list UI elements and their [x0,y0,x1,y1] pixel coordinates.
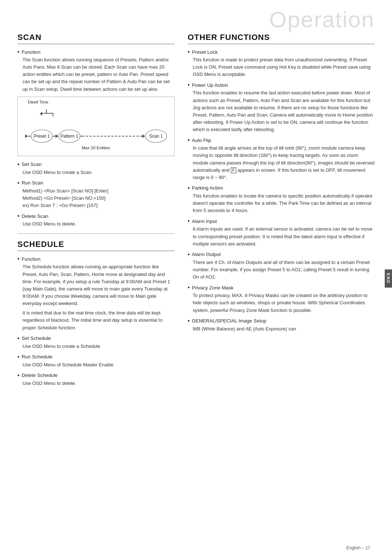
alarm-output-label: Alarm Output [188,251,375,258]
delete-scan-label: Delete Scan [17,213,175,219]
schedule-function: Function The Schedule function allows ru… [17,256,175,331]
delete-schedule-body: Use OSD Menu to delete. [23,380,175,387]
set-schedule-label: Set Schedule [17,335,175,342]
auto-flip: Auto Flip In case that tilt angle arrive… [188,137,375,181]
other-functions-title: OTHER FUNCTIONS [188,33,375,44]
run-schedule-label: Run Schedule [17,354,175,360]
alarm-input: Alarm Input 8 Alarm Inputs are used. If … [188,218,375,247]
preset-lock-body: This function is made to protect preset … [193,56,375,78]
general-special-body: WB (White Balance) and AE (Auto Exposure… [193,325,375,333]
preset-lock: Preset Lock This function is made to pro… [188,49,375,78]
general-special-label: GENERAL/SPECIAL Image Setup [188,318,375,324]
page-title: Operation [269,7,375,32]
scan-box: Scan 1 [145,130,167,143]
privacy-zone: Privacy Zone Mask To protect privacy, MA… [188,284,375,314]
parking-action: Parking Action This function enables to … [188,185,375,214]
preset-lock-label: Preset Lock [188,49,375,55]
pattern-box: Pattern 1 [58,130,80,143]
max-entities-label: Max 20 Entities [25,146,167,150]
run-schedule-body: Use OSD Menu of Schedule Master Enable [23,361,175,369]
schedule-function-body1: The Schedule function allows running an … [23,263,175,307]
delete-schedule-label: Delete Schedule [17,372,175,379]
alarm-input-body: 8 Alarm Inputs are used. If an external … [193,225,375,247]
scan-function-label: Function [17,49,175,55]
delete-scan: Delete Scan Use OSD Menu to delete. [17,213,175,228]
preset-box: Preset 1 [31,130,53,143]
privacy-zone-body: To protect privacy, MAX. 8 Privacy Masks… [193,292,375,314]
alarm-output: Alarm Output There are 4 Ch. of Alarm Ou… [188,251,375,281]
delete-schedule: Delete Schedule Use OSD Menu to delete. [17,372,175,387]
parking-action-label: Parking Action [188,185,375,191]
run-scan-method2: Method2) <Go Preset> [Scan NO.+150] [23,195,175,202]
run-scan-method2b: ex) Run Scan 7 : <Go Preset> [157] [23,202,175,209]
privacy-zone-label: Privacy Zone Mask [188,284,375,291]
schedule-function-body2: It is noted that due to the real time cl… [23,309,175,331]
set-scan-body: Use OSD Menu to create a Scan. [23,169,175,176]
diagram-flow: Preset 1 Pattern 1 Scan 1 [25,130,167,143]
left-column: SCAN Function The Scan function allows r… [17,33,175,542]
parking-action-body: This function enables to locate the came… [193,192,375,214]
power-up-action-body: This function enables to resume the last… [193,89,375,133]
general-special: GENERAL/SPECIAL Image Setup WB (White Ba… [188,318,375,333]
divider-1 [17,233,175,234]
scan-section: SCAN Function The Scan function allows r… [17,33,175,228]
set-schedule: Set Schedule Use OSD Menu to create a Sc… [17,335,175,350]
set-schedule-body: Use OSD Menu to create a Schedule [23,343,175,350]
power-up-action-label: Power Up Action [188,82,375,88]
scan-function-body: The Scan function allows running sequenc… [23,56,175,93]
run-scan-method1: Method1) <Run Scan> [Scan NO] [Enter] [23,187,175,195]
delete-scan-body: Use OSD Menu to delete. [23,220,175,228]
schedule-function-label: Function [17,256,175,262]
other-functions-section: OTHER FUNCTIONS Preset Lock This functio… [188,33,375,333]
schedule-section: SCHEDULE Function The Schedule function … [17,240,175,387]
auto-flip-body: In case that tilt angle arrives at the t… [193,145,375,181]
set-scan-label: Set Scan [17,161,175,168]
auto-flip-label: Auto Flip [188,137,375,143]
run-scan-label: Run Scan [17,180,175,186]
alarm-input-label: Alarm Input [188,218,375,224]
schedule-title: SCHEDULE [17,240,175,251]
eng-tab: ENG [385,269,392,288]
set-scan: Set Scan Use OSD Menu to create a Scan. [17,161,175,176]
run-schedule: Run Schedule Use OSD Menu of Schedule Ma… [17,354,175,369]
power-up-action: Power Up Action This function enables to… [188,82,375,133]
scan-title: SCAN [17,33,175,44]
dwell-label: Dwell Time [28,100,48,104]
alarm-output-body: There are 4 Ch. of Alarm Outputs and all… [193,259,375,281]
run-scan: Run Scan Method1) <Run Scan> [Scan NO] [… [17,180,175,209]
page-footer: English – 17 [346,545,370,550]
right-column: OTHER FUNCTIONS Preset Lock This functio… [188,33,375,542]
scan-function: Function The Scan function allows runnin… [17,49,175,93]
scan-diagram: Dwell Time Preset 1 [17,97,175,156]
f-icon: F [231,167,236,173]
content-area: SCAN Function The Scan function allows r… [17,33,375,542]
